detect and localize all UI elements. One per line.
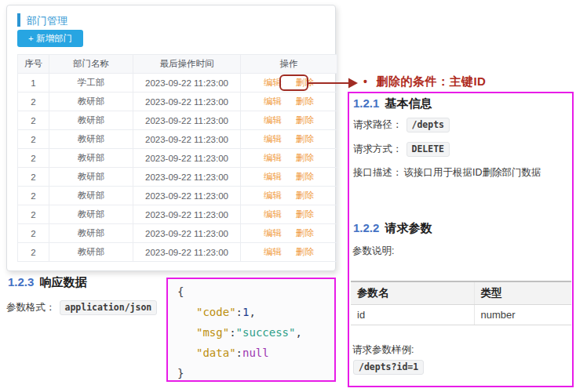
- json-key: "msg": [196, 326, 229, 339]
- edit-link[interactable]: 编辑: [264, 96, 282, 106]
- api-description-line: 接口描述： 该接口用于根据ID删除部门数据: [353, 166, 541, 180]
- cell-time: 2023-09-22 11:23:00: [133, 205, 241, 224]
- cell-name: 教研部: [49, 168, 133, 187]
- edit-link[interactable]: 编辑: [264, 153, 282, 162]
- api-description-text: 该接口用于根据ID删除部门数据: [404, 166, 541, 180]
- edit-link[interactable]: 编辑: [264, 191, 282, 200]
- cell-no: 2: [18, 130, 49, 149]
- cell-ops: 编辑删除: [241, 168, 337, 187]
- json-colon: :: [236, 347, 242, 359]
- col-header-no: 序号: [18, 55, 49, 74]
- heading-number: 1.2.3: [8, 275, 34, 289]
- params-table: 参数名 类型 id number: [351, 281, 571, 325]
- cell-no: 2: [18, 149, 49, 168]
- delete-condition-note: •删除的条件：主键ID: [363, 74, 486, 89]
- cell-name: 教研部: [49, 93, 133, 111]
- cell-time: 2023-09-22 11:23:00: [133, 243, 241, 262]
- delete-link[interactable]: 删除: [296, 228, 314, 238]
- cell-time: 2023-09-22 11:23:00: [133, 74, 241, 93]
- dept-table-header-row: 序号 部门名称 最后操作时间 操作: [18, 55, 337, 74]
- cell-time: 2023-09-22 11:23:00: [133, 168, 241, 187]
- response-json-block: { "code":1, "msg":"success", "data":null…: [166, 278, 336, 382]
- cell-time: 2023-09-22 11:23:00: [133, 130, 241, 149]
- request-path-label: 请求路径：: [353, 118, 403, 132]
- heading-text: 请求参数: [385, 221, 432, 234]
- json-line: "msg":"success",: [177, 322, 334, 343]
- delete-link[interactable]: 删除: [296, 153, 314, 162]
- delete-link[interactable]: 删除: [296, 96, 314, 106]
- json-string-value: "success": [236, 326, 296, 339]
- cell-ops: 编辑删除: [241, 243, 337, 262]
- request-method-label: 请求方式：: [353, 143, 403, 156]
- delete-link[interactable]: 删除: [296, 172, 314, 181]
- cell-no: 2: [18, 93, 49, 111]
- add-dept-button[interactable]: + 新增部门: [17, 30, 83, 47]
- delete-condition-text: 删除的条件：主键ID: [376, 74, 486, 88]
- response-format-line: 参数格式： application/json: [6, 300, 157, 315]
- bullet-icon: •: [363, 75, 367, 88]
- cell-ops: 编辑删除: [241, 149, 337, 168]
- cell-name: 教研部: [49, 224, 133, 243]
- title-accent-bar: [17, 13, 20, 27]
- edit-link[interactable]: 编辑: [264, 78, 282, 87]
- table-row: 2 教研部 2023-09-22 11:23:00 编辑删除: [18, 93, 337, 111]
- cell-name: 教研部: [49, 243, 133, 262]
- screenshot-root: 部门管理 + 新增部门 序号 部门名称 最后操作时间 操作 1 学工部 2023…: [0, 0, 576, 392]
- table-row: 2 教研部 2023-09-22 11:23:00 编辑删除: [18, 130, 337, 149]
- json-colon: :: [236, 306, 242, 318]
- param-type-cell: number: [474, 305, 571, 325]
- request-path-chip: /depts: [406, 118, 450, 132]
- dept-table: 序号 部门名称 最后操作时间 操作 1 学工部 2023-09-22 11:23…: [17, 54, 337, 262]
- params-table-header-row: 参数名 类型: [351, 281, 571, 305]
- json-line: "data":null: [177, 343, 334, 363]
- table-row: 2 教研部 2023-09-22 11:23:00 编辑删除: [18, 111, 337, 130]
- cell-name: 教研部: [49, 205, 133, 224]
- edit-link[interactable]: 编辑: [264, 134, 282, 143]
- page-title: 部门管理: [27, 14, 67, 28]
- param-name-cell: id: [351, 305, 474, 325]
- delete-link[interactable]: 删除: [296, 191, 314, 200]
- heading-text: 响应数据: [39, 275, 86, 289]
- heading-response-data: 1.2.3响应数据: [8, 275, 86, 290]
- json-null-value: null: [242, 347, 269, 359]
- annotation-arrow-icon: [308, 76, 359, 90]
- request-path-line: 请求路径： /depts: [353, 118, 450, 132]
- cell-no: 2: [18, 205, 49, 224]
- col-header-ops: 操作: [241, 55, 337, 74]
- json-colon: :: [229, 326, 235, 339]
- param-col-type: 类型: [474, 281, 571, 305]
- params-note: 参数说明:: [352, 245, 394, 258]
- col-header-name: 部门名称: [49, 55, 133, 74]
- delete-link[interactable]: 删除: [296, 209, 314, 219]
- cell-no: 2: [18, 111, 49, 130]
- edit-link[interactable]: 编辑: [264, 115, 282, 125]
- response-format-label: 参数格式：: [6, 301, 56, 314]
- sample-label-line: 请求参数样例:: [352, 343, 414, 357]
- delete-link[interactable]: 删除: [296, 247, 314, 256]
- edit-link[interactable]: 编辑: [264, 228, 282, 238]
- edit-link[interactable]: 编辑: [264, 172, 282, 181]
- api-description-label: 接口描述：: [353, 166, 403, 180]
- json-key: "code": [196, 306, 236, 318]
- cell-name: 教研部: [49, 130, 133, 149]
- delete-link[interactable]: 删除: [296, 115, 314, 125]
- cell-name: 教研部: [49, 187, 133, 205]
- heading-text: 基本信息: [385, 96, 432, 110]
- json-close-brace: }: [177, 367, 184, 379]
- edit-link[interactable]: 编辑: [264, 209, 282, 219]
- cell-ops: 编辑删除: [241, 205, 337, 224]
- cell-ops: 编辑删除: [241, 187, 337, 205]
- edit-link[interactable]: 编辑: [264, 247, 282, 256]
- cell-no: 2: [18, 224, 49, 243]
- cell-name: 学工部: [49, 74, 133, 93]
- heading-basic-info: 1.2.1基本信息: [353, 96, 432, 111]
- api-doc-box: 1.2.1基本信息 请求路径： /depts 请求方式： DELETE 接口描述…: [348, 92, 574, 387]
- table-row: 2 教研部 2023-09-22 11:23:00 编辑删除: [18, 205, 337, 224]
- delete-link[interactable]: 删除: [296, 134, 314, 143]
- json-line: }: [177, 363, 334, 383]
- cell-time: 2023-09-22 11:23:00: [133, 111, 241, 130]
- cell-no: 2: [18, 187, 49, 205]
- json-line: "code":1,: [177, 302, 334, 322]
- table-row: 2 教研部 2023-09-22 11:23:00 编辑删除: [18, 187, 337, 205]
- json-comma: ,: [249, 306, 255, 318]
